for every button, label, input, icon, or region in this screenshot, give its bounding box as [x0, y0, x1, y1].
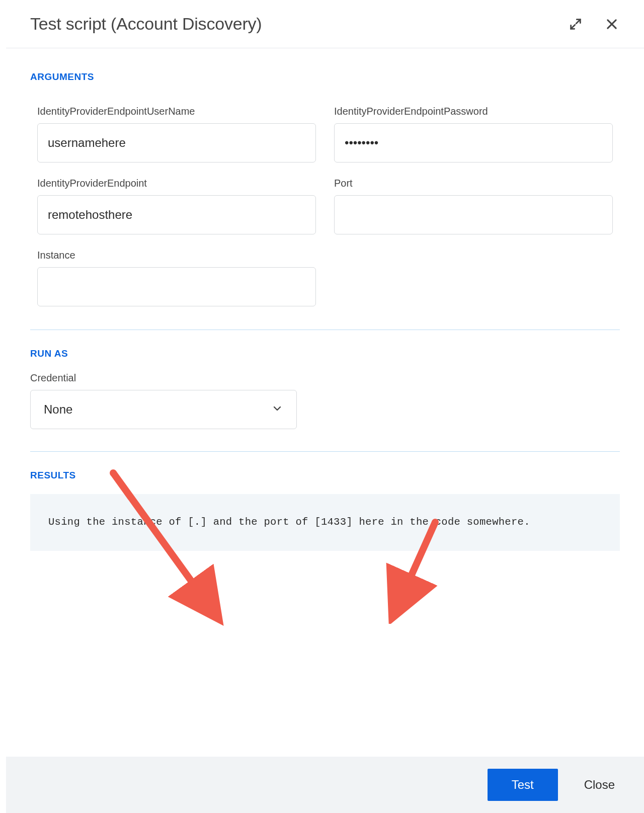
test-button[interactable]: Test [488, 769, 558, 801]
password-input[interactable] [334, 123, 613, 162]
endpoint-label: IdentityProviderEndpoint [37, 178, 316, 189]
username-label: IdentityProviderEndpointUserName [37, 106, 316, 117]
arguments-grid: IdentityProviderEndpointUserName Identit… [30, 106, 620, 330]
credential-group: Credential None [30, 372, 620, 429]
port-group: Port [334, 178, 613, 234]
username-group: IdentityProviderEndpointUserName [37, 106, 316, 162]
close-icon[interactable] [604, 16, 620, 32]
header-actions [568, 16, 620, 32]
instance-label: Instance [37, 250, 316, 261]
port-label: Port [334, 178, 613, 189]
modal-footer: Test Close [6, 757, 644, 813]
credential-label: Credential [30, 372, 620, 384]
runas-section: RUN AS Credential None [30, 348, 620, 451]
section-divider [30, 330, 620, 330]
endpoint-group: IdentityProviderEndpoint [37, 178, 316, 234]
results-output: Using the instance of [.] and the port o… [30, 494, 620, 551]
chevron-down-icon [271, 402, 283, 417]
runas-heading: RUN AS [30, 348, 620, 359]
modal-title: Test script (Account Discovery) [30, 14, 262, 34]
instance-input[interactable] [37, 267, 316, 306]
close-button[interactable]: Close [584, 778, 615, 792]
instance-group: Instance [37, 250, 316, 306]
username-input[interactable] [37, 123, 316, 162]
modal-header: Test script (Account Discovery) [6, 0, 644, 48]
modal-body: ARGUMENTS IdentityProviderEndpointUserNa… [6, 48, 644, 757]
port-input[interactable] [334, 195, 613, 234]
credential-value: None [44, 402, 271, 417]
results-heading: RESULTS [30, 470, 620, 481]
expand-icon[interactable] [568, 16, 584, 32]
endpoint-input[interactable] [37, 195, 316, 234]
section-divider-2 [30, 451, 620, 452]
credential-select[interactable]: None [30, 390, 297, 429]
password-label: IdentityProviderEndpointPassword [334, 106, 613, 117]
password-group: IdentityProviderEndpointPassword [334, 106, 613, 162]
arguments-heading: ARGUMENTS [30, 71, 620, 83]
test-script-modal: Test script (Account Discovery) ARGUMENT [6, 0, 644, 813]
